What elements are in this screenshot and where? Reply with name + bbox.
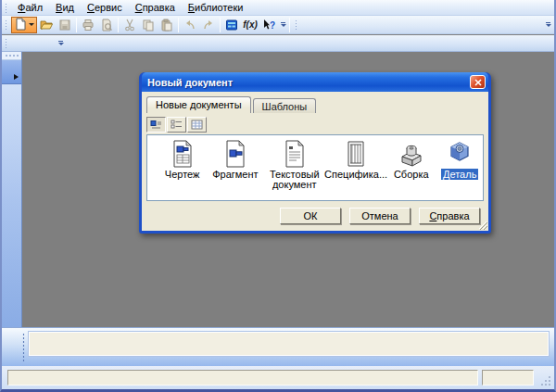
new-document-icon [14, 18, 27, 32]
variables-icon [225, 19, 238, 32]
open-folder-icon [40, 19, 53, 32]
ok-button[interactable]: ОК [280, 208, 341, 224]
item-label: Чертеж [165, 170, 200, 180]
help-button[interactable]: Справка [419, 208, 480, 224]
scissors-icon [123, 19, 136, 32]
text-document-icon [279, 139, 310, 169]
toolbar-drag-grip[interactable] [5, 38, 7, 48]
paste-clipboard-icon [160, 19, 173, 32]
print-preview-button [97, 17, 116, 33]
toolbar-drag-grip[interactable] [295, 19, 297, 30]
paste-button [158, 17, 176, 33]
toolbar-separator [220, 18, 221, 32]
svg-text:?: ? [270, 20, 275, 31]
new-document-dropdown-icon[interactable] [29, 23, 34, 26]
large-icons-view-icon [150, 120, 162, 130]
status-message-field [7, 370, 478, 386]
panel-drag-grip[interactable] [22, 333, 25, 362]
toolbar-drag-grip[interactable] [5, 19, 7, 30]
dialog-body: Новые документы Шаблоны [142, 92, 488, 231]
save-button [56, 17, 74, 33]
item-label: Сборка [394, 170, 429, 180]
menubar-drag-grip[interactable] [5, 3, 7, 13]
compact-panel-strip[interactable] [2, 52, 22, 327]
list-item-assembly[interactable]: Сборка [385, 139, 436, 200]
document-type-list: Чертеж Фрагмент Текстовый докумен [146, 134, 484, 201]
new-document-button[interactable] [11, 17, 37, 33]
toolbar-overflow-button-right[interactable] [544, 17, 552, 33]
cancel-button[interactable]: Отмена [349, 208, 411, 224]
menu-libraries[interactable]: Библиотеки [182, 0, 250, 16]
part-icon [444, 139, 475, 169]
dialog-resize-grip[interactable] [476, 219, 488, 231]
menu-bar: Файл Вид Сервис Справка Библиотеки [2, 0, 554, 16]
redo-arrow-icon [202, 19, 215, 32]
tab-new-documents[interactable]: Новые документы [146, 96, 251, 113]
list-item-drawing[interactable]: Чертеж [157, 139, 208, 200]
toolbar-overflow-button[interactable] [57, 35, 65, 52]
list-item-part[interactable]: Деталь [436, 139, 483, 200]
dialog-tabs: Новые документы Шаблоны [146, 96, 318, 113]
panel-drag-grip[interactable] [2, 52, 21, 60]
list-item-text-document[interactable]: Текстовый документ [262, 139, 326, 200]
copy-button [139, 17, 158, 33]
item-label: Текстовый документ [262, 170, 326, 190]
view-details-button[interactable] [187, 117, 207, 133]
context-help-button[interactable]: ? [259, 17, 278, 33]
item-label: Фрагмент [212, 170, 258, 180]
dialog-title: Новый документ [147, 77, 470, 88]
tab-templates[interactable]: Шаблоны [253, 98, 317, 113]
menu-view[interactable]: Вид [49, 0, 81, 16]
toolbar-overflow-button[interactable] [279, 17, 287, 33]
variables-button[interactable] [222, 17, 241, 33]
status-coords-field [482, 370, 534, 386]
dialog-button-row: ОК Отмена Справка [280, 208, 480, 224]
print-button [79, 17, 97, 33]
property-bar[interactable] [29, 332, 549, 356]
formula-button[interactable]: f(x) [241, 17, 259, 33]
expand-arrow-icon [14, 74, 19, 80]
cut-button [120, 17, 139, 33]
formula-fx-icon: f(x) [243, 19, 258, 30]
drawing-icon [167, 139, 198, 169]
menu-file[interactable]: Файл [11, 0, 49, 16]
toolbar-separator [118, 18, 119, 32]
tab-label: Шаблоны [262, 101, 308, 112]
list-item-fragment[interactable]: Фрагмент [208, 139, 262, 200]
dialog-title-bar[interactable]: Новый документ [142, 72, 488, 92]
secondary-toolbar [2, 35, 554, 52]
window-resize-grip[interactable] [540, 375, 551, 386]
undo-arrow-icon [183, 19, 196, 32]
view-list-button[interactable] [167, 117, 186, 133]
list-view-icon [171, 120, 183, 130]
standard-toolbar: f(x) ? [2, 16, 554, 34]
toolbar-separator [178, 18, 179, 32]
dialog-close-button[interactable] [470, 75, 486, 89]
new-document-dialog: Новый документ Новые документы Шаблоны [139, 72, 491, 234]
list-item-specification[interactable]: Специфика... [326, 139, 385, 200]
property-panel [2, 327, 554, 366]
copy-icon [142, 19, 155, 32]
close-icon [474, 79, 482, 86]
menu-help[interactable]: Справка [129, 0, 182, 16]
panel-collapsed-tab[interactable] [2, 60, 21, 84]
application-window: Файл Вид Сервис Справка Библиотеки [0, 0, 556, 392]
tab-label: Новые документы [156, 99, 242, 110]
view-mode-bar [146, 117, 208, 133]
open-button[interactable] [37, 17, 56, 33]
printer-icon [82, 19, 95, 32]
redo-button [199, 17, 218, 33]
fragment-icon [220, 139, 251, 169]
specification-icon [340, 139, 372, 169]
status-bar [2, 366, 554, 389]
view-large-icons-button[interactable] [146, 117, 166, 133]
undo-button [181, 17, 199, 33]
toolbar-separator [76, 18, 77, 32]
save-floppy-icon [58, 19, 71, 32]
help-cursor-icon: ? [262, 19, 275, 32]
item-label: Деталь [441, 170, 478, 180]
assembly-icon [396, 139, 427, 169]
menu-service[interactable]: Сервис [81, 0, 129, 16]
item-label: Специфика... [324, 170, 387, 180]
print-preview-icon [100, 19, 113, 32]
